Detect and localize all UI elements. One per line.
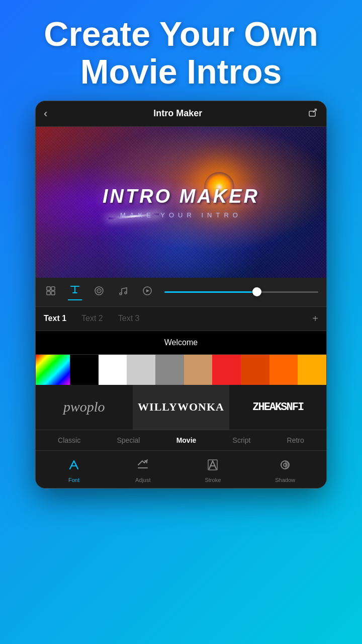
phone-frame: ‹ Intro Maker INTRO MAKER MAKE YOUR INTR…	[35, 101, 327, 489]
color-swatch-black[interactable]	[70, 355, 99, 385]
svg-point-7	[99, 290, 100, 291]
font-preview-text-1: pwoplo	[63, 399, 105, 415]
shadow-tool-icon	[278, 458, 292, 475]
play-icon[interactable]	[140, 285, 154, 299]
app-header: ‹ Intro Maker	[36, 101, 326, 127]
color-swatch-red[interactable]	[212, 355, 241, 385]
svg-rect-4	[51, 291, 55, 295]
slider-track	[164, 291, 318, 293]
color-swatch-gray[interactable]	[155, 355, 184, 385]
svg-point-8	[120, 293, 122, 295]
tool-font[interactable]: Font	[67, 458, 81, 483]
svg-point-9	[125, 292, 127, 294]
text-input[interactable]	[44, 336, 318, 349]
preview-main-text: INTRO MAKER	[103, 186, 259, 207]
toolbar	[36, 278, 326, 307]
export-icon	[308, 107, 318, 117]
text-input-area	[36, 331, 326, 355]
stroke-tool-label: Stroke	[205, 477, 221, 483]
font-cat-retro[interactable]: Retro	[287, 436, 304, 444]
tool-stroke[interactable]: Stroke	[205, 458, 221, 483]
color-swatch-tan[interactable]	[184, 355, 213, 385]
font-categories: Classic Special Movie Script Retro	[36, 430, 326, 451]
font-cat-special[interactable]: Special	[117, 436, 140, 444]
tool-shadow[interactable]: Shadow	[275, 458, 295, 483]
color-swatch-yellow-orange[interactable]	[298, 355, 326, 385]
layers-icon[interactable]	[44, 285, 58, 299]
font-preview-text-2: WillyWonka	[138, 400, 224, 414]
color-swatch-white[interactable]	[99, 355, 127, 385]
slider-thumb	[252, 287, 261, 296]
font-cat-classic[interactable]: Classic	[58, 436, 80, 444]
timeline-slider[interactable]	[164, 291, 318, 293]
svg-rect-2	[47, 291, 50, 295]
color-swatch-rainbow[interactable]	[36, 355, 70, 385]
font-preview-text-3: ZHEAKSNFI	[252, 401, 303, 414]
tab-text2[interactable]: Text 2	[81, 314, 103, 323]
text-icon[interactable]	[68, 284, 82, 300]
add-text-button[interactable]: +	[312, 313, 318, 325]
shadow-tool-label: Shadow	[275, 477, 295, 483]
adjust-tool-label: Adjust	[135, 477, 151, 483]
music-icon[interactable]	[116, 285, 130, 299]
svg-rect-3	[51, 287, 55, 290]
svg-rect-0	[309, 111, 315, 116]
adjust-tool-icon	[136, 458, 150, 475]
color-swatch-light-gray[interactable]	[127, 355, 155, 385]
font-item-1[interactable]: pwoplo	[36, 385, 133, 430]
color-swatch-orange[interactable]	[269, 355, 298, 385]
preview-sub-text: MAKE YOUR INTRO	[120, 211, 242, 219]
tool-adjust[interactable]: Adjust	[135, 458, 151, 483]
app-title: Intro Maker	[153, 108, 202, 119]
color-palette	[36, 355, 326, 385]
color-swatch-dark-orange[interactable]	[241, 355, 269, 385]
font-tool-icon	[67, 458, 81, 475]
video-preview: INTRO MAKER MAKE YOUR INTRO	[36, 127, 326, 278]
font-cat-movie[interactable]: Movie	[176, 436, 197, 444]
font-tool-label: Font	[68, 477, 79, 483]
font-cat-script[interactable]: Script	[233, 436, 251, 444]
export-button[interactable]	[308, 107, 318, 120]
target-icon[interactable]	[92, 285, 106, 299]
svg-rect-1	[47, 287, 50, 290]
hero-title: Create Your Own Movie Intros	[24, 0, 338, 101]
font-item-2[interactable]: WillyWonka	[133, 385, 230, 430]
tab-text1[interactable]: Text 1	[44, 314, 66, 323]
stroke-tool-icon	[206, 458, 220, 475]
bottom-toolbar: Font Adjust Stroke	[36, 451, 326, 488]
text-tabs: Text 1 Text 2 Text 3 +	[36, 307, 326, 331]
back-button[interactable]: ‹	[44, 107, 47, 120]
tab-text3[interactable]: Text 3	[118, 314, 140, 323]
font-item-3[interactable]: ZHEAKSNFI	[229, 385, 326, 430]
font-preview: pwoplo WillyWonka ZHEAKSNFI	[36, 385, 326, 430]
